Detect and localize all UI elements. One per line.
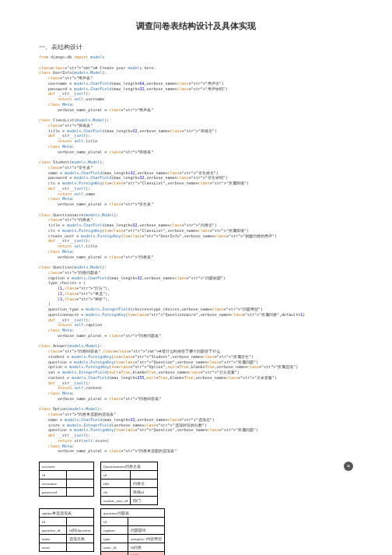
table-cell [131,471,158,479]
table-title: Questionnaire问卷名表 [101,462,158,471]
table-cell [128,518,165,526]
page-title: 调查问卷表结构设计及具体实现 [39,20,353,32]
table-cell [67,471,94,479]
table-title: option单选选项表 [40,509,94,518]
close-icon[interactable]: × [344,462,353,471]
table-cell: id [101,471,131,479]
table-cell: fk到Question [67,526,94,535]
table-cell: naire_id [101,543,128,552]
table-cell [67,543,94,552]
table-cell: title [101,479,131,488]
table-cell [67,488,94,497]
table-cell: caption [101,526,128,535]
table-cell: 班级id [131,488,158,497]
table-cell: cls [101,488,131,497]
table-cell: creator_user_id [101,497,131,505]
table-cell: fk问卷 [128,543,165,552]
db-table: Questionnaire问卷名表idtitle问卷名cls班级idcreato… [100,462,158,505]
table-cell: category+内容类型 [128,535,165,543]
table-cell: username [40,479,67,488]
table-cell: id [101,518,128,526]
table-cell: question_id [40,526,67,535]
table-cell: id [40,518,67,526]
table-cell [67,518,94,526]
code-block-models: from django.db import models class=class… [39,54,353,454]
db-table: option单选选项表idquestion_idfk到Questionname选… [39,508,94,552]
table-cell: id [40,471,67,479]
table-cell: password [40,488,67,497]
table-cell: 外键Option [128,552,165,556]
table-cell: score [40,543,67,552]
table-title: question 问题表 [101,509,165,518]
table-title: userinfo [40,462,94,471]
table-cell: 选项名称 [67,535,94,543]
table-cell: type [101,535,128,543]
tables-diagram: × userinfoidusernamepasswordQuestionnair… [39,462,353,555]
table-cell: 问题题目 [128,526,165,535]
table-cell: name [40,535,67,543]
table-cell: 部门 [131,497,158,505]
table-cell [67,479,94,488]
section-heading-1: 一、表结构设计 [39,43,353,51]
table-cell: option [101,552,128,556]
db-table: question 问题表idcaption问题题目typecategory+内容… [100,508,165,555]
db-table: userinfoidusernamepassword [39,462,94,497]
table-cell: 问卷名 [131,479,158,488]
